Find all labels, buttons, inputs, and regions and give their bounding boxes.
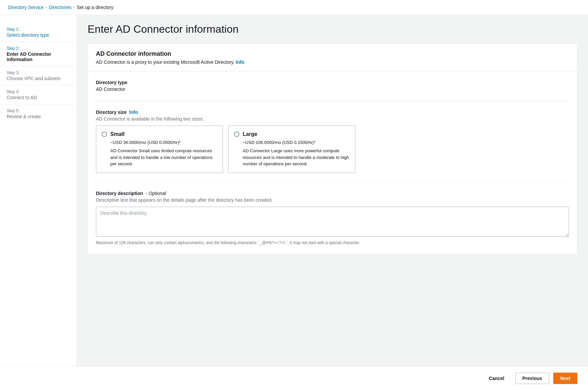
radio-card-small-header: Small xyxy=(102,131,217,137)
directory-type-group: Directory type AD Connector xyxy=(96,80,569,92)
directory-type-value: AD Connector xyxy=(96,86,569,92)
section-body: Directory type AD Connector Directory si… xyxy=(88,72,577,254)
description-optional: - Optional xyxy=(146,191,166,196)
radio-card-large-header: Large xyxy=(234,131,350,137)
directory-type-label: Directory type xyxy=(96,80,569,85)
breadcrumb-directory-service[interactable]: Directory Service xyxy=(8,5,44,10)
step-2-label: Enter AD Connector information xyxy=(7,51,70,62)
step-1-label: Select directory type xyxy=(7,32,70,38)
step-3-label: Choose VPC and subnets xyxy=(7,76,70,81)
directory-size-group: Directory size Info AD Connector is avai… xyxy=(96,110,569,173)
footer: Cancel Previous Next xyxy=(0,366,588,390)
sidebar-step-1[interactable]: Step 1: Select directory type xyxy=(0,23,77,42)
previous-button[interactable]: Previous xyxy=(515,373,549,384)
description-help: Descriptive text that appears on the det… xyxy=(96,197,569,203)
sidebar: Step 1: Select directory type Step 2: En… xyxy=(0,15,77,366)
main-content: Enter AD Connector information AD Connec… xyxy=(77,15,588,366)
sidebar-step-2[interactable]: Step 2: Enter AD Connector information xyxy=(0,42,77,66)
step-4-label: Connect to AD xyxy=(7,95,70,100)
breadcrumb-directories[interactable]: Directories xyxy=(49,5,72,10)
next-button[interactable]: Next xyxy=(553,373,577,384)
step-4-number: Step 4: xyxy=(7,89,70,94)
radio-cards: Small ~USD 36.0000/mo (USD 0.0500/hr)* A… xyxy=(96,126,569,173)
radio-large-price: ~USD 108.0000/mo (USD 0.1500/hr)* xyxy=(234,140,350,145)
radio-small-name: Small xyxy=(110,131,125,137)
directory-description-group: Directory description - Optional Descrip… xyxy=(96,191,569,246)
section-header: AD Connector information AD Connector is… xyxy=(88,44,577,72)
sidebar-step-5[interactable]: Step 5: Review & create xyxy=(0,105,77,123)
radio-large-name: Large xyxy=(243,131,257,137)
breadcrumb-bar: Directory Service › Directories › Set up… xyxy=(0,0,588,15)
section-title: AD Connector information xyxy=(96,50,569,57)
description-textarea[interactable] xyxy=(96,207,569,237)
page-title: Enter AD Connector information xyxy=(88,23,577,35)
radio-card-large[interactable]: Large ~USD 108.0000/mo (USD 0.1500/hr)* … xyxy=(228,126,355,173)
step-5-number: Step 5: xyxy=(7,109,70,113)
directory-size-label: Directory size Info xyxy=(96,110,569,115)
ad-connector-section: AD Connector information AD Connector is… xyxy=(88,43,577,254)
description-hint: Maximum of 128 characters, can only cont… xyxy=(96,240,569,246)
directory-size-info-link[interactable]: Info xyxy=(129,110,138,115)
sidebar-step-4[interactable]: Step 4: Connect to AD xyxy=(0,85,77,105)
section-info-link[interactable]: Info xyxy=(236,59,244,65)
directory-size-description: AD Connector is available in the followi… xyxy=(96,116,569,122)
section-subtitle: AD Connector is a proxy to your existing… xyxy=(96,59,569,65)
breadcrumb-sep-2: › xyxy=(74,5,75,10)
description-label: Directory description - Optional xyxy=(96,191,569,196)
cancel-button[interactable]: Cancel xyxy=(482,373,511,384)
radio-large-desc: AD Connector Large uses more powerful co… xyxy=(234,148,350,167)
radio-large-btn[interactable] xyxy=(234,132,239,137)
radio-small-price: ~USD 36.0000/mo (USD 0.0500/hr)* xyxy=(102,140,217,145)
sidebar-step-3[interactable]: Step 3: Choose VPC and subnets xyxy=(0,66,77,85)
step-2-number: Step 2: xyxy=(7,46,70,51)
step-1-number: Step 1: xyxy=(7,27,70,32)
step-3-number: Step 3: xyxy=(7,70,70,75)
step-5-label: Review & create xyxy=(7,114,70,119)
radio-small-btn[interactable] xyxy=(102,132,107,137)
breadcrumb-sep-1: › xyxy=(46,5,47,10)
radio-card-small[interactable]: Small ~USD 36.0000/mo (USD 0.0500/hr)* A… xyxy=(96,126,223,173)
breadcrumb-current: Set up a directory xyxy=(77,5,114,10)
radio-small-desc: AD Connector Small uses limited compute … xyxy=(102,148,217,167)
